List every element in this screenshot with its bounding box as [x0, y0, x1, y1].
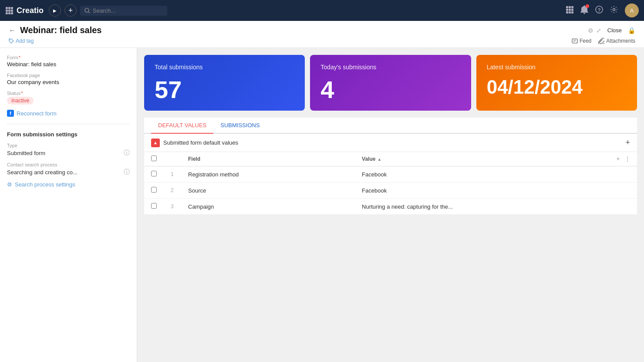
svg-rect-4: [8, 10, 10, 12]
row-field-2: Source: [181, 183, 355, 199]
row-value-1: Facebook: [355, 166, 637, 183]
svg-rect-5: [11, 10, 13, 12]
grid-icon[interactable]: [5, 7, 13, 14]
section-collapse-icon[interactable]: ▲: [151, 139, 160, 147]
total-submissions-card: Total submissions 57: [144, 55, 305, 111]
svg-rect-7: [8, 12, 10, 14]
svg-rect-2: [11, 7, 13, 9]
feed-attachments: Feed Attachments: [572, 38, 635, 44]
attachment-icon: [598, 38, 604, 44]
svg-point-23: [613, 8, 615, 10]
svg-rect-12: [569, 6, 571, 8]
type-value: Submitted form: [7, 150, 45, 156]
value-column-header[interactable]: Value ▲ + ⋮: [355, 152, 637, 166]
total-submissions-value: 57: [155, 78, 294, 102]
form-submission-section: Form submission settings Type Submitted …: [7, 131, 130, 195]
feed-icon: [572, 38, 578, 44]
svg-point-9: [85, 8, 89, 12]
type-label: Type: [7, 143, 130, 148]
select-all-checkbox[interactable]: [151, 156, 157, 161]
tag-icon: [9, 38, 14, 44]
facebook-page-value: Our company events: [7, 79, 130, 85]
svg-rect-16: [571, 9, 573, 11]
row-checkbox-2[interactable]: [151, 187, 157, 193]
gear-icon: ⚙: [7, 181, 12, 188]
todays-submissions-card: Today's submissions 4: [310, 55, 471, 111]
add-col-icon[interactable]: +: [617, 156, 620, 162]
add-tag-button[interactable]: Add tag: [9, 38, 34, 44]
svg-rect-14: [566, 9, 568, 11]
page-expand-icon[interactable]: ⤢: [596, 27, 601, 34]
topnav-right: ? A: [566, 3, 639, 17]
row-field-1: Registration method: [181, 166, 355, 183]
play-button[interactable]: ▶: [49, 4, 61, 17]
svg-point-24: [10, 39, 10, 40]
status-label: Status*: [7, 91, 130, 96]
feed-button[interactable]: Feed: [572, 38, 591, 44]
avatar[interactable]: A: [625, 3, 639, 17]
svg-rect-17: [566, 11, 568, 14]
sidebar: Form* Webinar: field sales Facebook page…: [0, 48, 137, 362]
search-process-settings-link[interactable]: ⚙ Search process settings: [7, 181, 130, 188]
svg-line-10: [88, 12, 90, 13]
status-badge: Inactive: [7, 97, 34, 105]
tabs-row: DEFAULT VALUES SUBMISSIONS: [144, 118, 637, 134]
facebook-icon: f: [7, 110, 14, 117]
todays-submissions-label: Today's submissions: [320, 64, 460, 71]
latest-submission-value: 04/12/2024: [487, 78, 627, 97]
form-label: Form*: [7, 55, 130, 60]
search-input[interactable]: [93, 7, 158, 14]
row-checkbox-3[interactable]: [151, 203, 157, 209]
apps-icon[interactable]: [566, 6, 573, 16]
form-section: Form* Webinar: field sales Facebook page…: [7, 55, 130, 124]
logo: Creatio: [17, 6, 44, 15]
form-submission-title: Form submission settings: [7, 131, 130, 138]
more-col-icon[interactable]: ⋮: [625, 156, 630, 162]
settings-icon[interactable]: [610, 6, 618, 16]
content-panel: DEFAULT VALUES SUBMISSIONS ▲ Submitted f…: [144, 118, 637, 215]
tab-submissions[interactable]: SUBMISSIONS: [213, 118, 266, 134]
reconnect-form-button[interactable]: f Reconnect form: [7, 110, 130, 117]
search-icon: [84, 8, 90, 14]
num-column-header: [164, 152, 181, 166]
row-num-3: 3: [164, 199, 181, 215]
page-header: ← Webinar: field sales ⚙ ⤢ Close 🔒 Add t…: [0, 21, 644, 48]
row-num-2: 2: [164, 183, 181, 199]
type-info-icon[interactable]: ⓘ: [124, 149, 130, 157]
svg-rect-6: [6, 12, 8, 14]
todays-submissions-value: 4: [320, 78, 460, 102]
row-field-3: Campaign: [181, 199, 355, 215]
tab-default-values[interactable]: DEFAULT VALUES: [151, 118, 213, 134]
svg-rect-19: [571, 11, 573, 14]
sort-icon: ▲: [377, 157, 381, 162]
latest-submission-label: Latest submission: [487, 64, 627, 71]
close-button[interactable]: Close: [604, 25, 625, 35]
table-section: ▲ Submitted form default values + Field: [144, 134, 637, 215]
svg-rect-13: [571, 6, 573, 8]
svg-rect-15: [569, 9, 571, 11]
facebook-page-label: Facebook page: [7, 73, 130, 78]
svg-text:?: ?: [598, 7, 601, 12]
back-button[interactable]: ←: [9, 27, 16, 34]
notification-icon[interactable]: [580, 5, 588, 16]
svg-rect-18: [569, 11, 571, 14]
contact-search-info-icon[interactable]: ⓘ: [124, 168, 130, 176]
contact-search-field: Searching and creating co... ⓘ: [7, 168, 130, 176]
add-button[interactable]: +: [64, 4, 77, 17]
add-row-button[interactable]: +: [625, 138, 630, 147]
help-icon[interactable]: ?: [595, 6, 603, 16]
contact-search-value: Searching and creating co...: [7, 169, 78, 176]
attachments-button[interactable]: Attachments: [598, 38, 635, 44]
main-content: Total submissions 57 Today's submissions…: [137, 48, 644, 362]
row-value-2: Facebook: [355, 183, 637, 199]
svg-rect-0: [6, 7, 8, 9]
page-settings-icon[interactable]: ⚙: [588, 27, 593, 34]
svg-rect-25: [572, 39, 577, 43]
form-value: Webinar: field sales: [7, 61, 130, 68]
lock-icon[interactable]: 🔒: [628, 27, 635, 34]
field-column-header[interactable]: Field: [181, 152, 355, 166]
row-checkbox-1[interactable]: [151, 171, 157, 176]
table-header: ▲ Submitted form default values +: [144, 134, 637, 152]
svg-rect-3: [6, 10, 8, 12]
svg-point-20: [583, 13, 585, 14]
